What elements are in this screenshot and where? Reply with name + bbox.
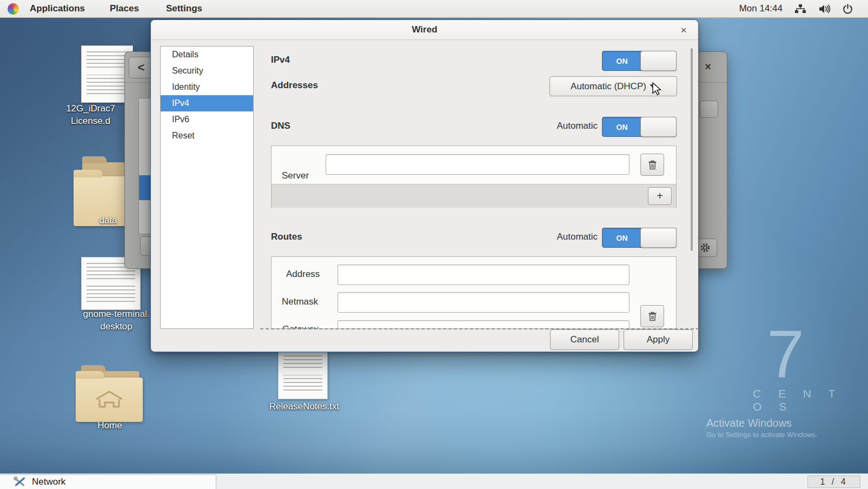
applications-logo-icon[interactable]: [8, 3, 19, 15]
partial-button[interactable]: [700, 101, 718, 118]
dns-group-footer: [271, 184, 676, 208]
menu-places[interactable]: Places: [102, 3, 147, 14]
close-icon[interactable]: ×: [677, 23, 691, 37]
gear-icon: [700, 242, 711, 253]
sidebar-item-reset[interactable]: Reset: [161, 128, 253, 144]
sidebar-item-details[interactable]: Details: [161, 47, 253, 63]
taskbar-window-label: Network: [32, 477, 65, 487]
volume-icon[interactable]: [818, 4, 831, 14]
toggle-knob[interactable]: [640, 228, 677, 248]
desktop-icon-home-folder[interactable]: [76, 378, 143, 422]
workspace-pager[interactable]: 1 / 4: [807, 475, 860, 488]
document-icon: [283, 355, 322, 392]
dns-automatic-toggle[interactable]: ON: [602, 117, 677, 137]
clock[interactable]: Mon 14:44: [739, 3, 783, 14]
close-icon[interactable]: ×: [701, 60, 715, 74]
route-netmask-label: Netmask: [282, 296, 318, 307]
routes-automatic-toggle[interactable]: ON: [602, 228, 677, 248]
menu-settings[interactable]: Settings: [158, 3, 210, 14]
desktop-screen: 7 C E N T O S Activate Windows Go to Set…: [0, 0, 868, 489]
toggle-knob[interactable]: [640, 51, 677, 71]
sidebar-item-ipv4[interactable]: IPv4: [161, 95, 253, 111]
server-label: Server: [282, 170, 309, 181]
toggle-on-label: ON: [602, 228, 641, 247]
dialog-title: Wired: [412, 24, 437, 35]
dialog-scrollbar[interactable]: [691, 48, 693, 251]
centos-7-watermark: 7: [767, 315, 804, 392]
power-icon[interactable]: [843, 4, 853, 14]
trash-icon: [648, 311, 657, 321]
desktop-icon-label[interactable]: Home: [76, 419, 144, 432]
menu-applications[interactable]: Applications: [22, 3, 92, 14]
dns-server-group: Server +: [271, 146, 677, 208]
activate-windows-subtext: Go to Settings to activate Windows.: [706, 431, 817, 439]
network-icon[interactable]: [794, 4, 806, 14]
routes-label: Routes: [271, 232, 302, 242]
route-address-label: Address: [286, 269, 320, 280]
dialog-sidebar: Details Security Identity IPv4 IPv6 Rese…: [160, 46, 254, 329]
route-gateway-input[interactable]: [337, 320, 630, 329]
ipv4-label: IPv4: [271, 55, 290, 65]
delete-dns-server-button[interactable]: [640, 154, 664, 176]
addresses-label: Addresses: [271, 80, 318, 91]
toggle-on-label: ON: [602, 51, 641, 70]
ipv4-toggle[interactable]: ON: [602, 51, 677, 71]
taskbar-window-network[interactable]: Network: [0, 474, 216, 489]
tools-icon: [13, 476, 26, 488]
document-icon: [87, 51, 128, 96]
dialog-titlebar[interactable]: Wired: [151, 20, 698, 40]
dns-automatic-label: Automatic: [475, 121, 598, 131]
trash-icon: [648, 160, 657, 170]
routes-group: Address Netmask Gateway: [271, 256, 677, 329]
desktop-icon-label[interactable]: ReleaseNotes.txt: [249, 400, 360, 413]
toggle-knob[interactable]: [640, 117, 677, 137]
top-panel: Applications Places Settings Mon 14:44: [0, 0, 868, 18]
desktop-icon-release-notes[interactable]: [278, 349, 328, 399]
sidebar-item-security[interactable]: Security: [161, 63, 253, 79]
mouse-cursor: [652, 82, 664, 96]
sidebar-item-identity[interactable]: Identity: [161, 79, 253, 95]
cancel-button[interactable]: Cancel: [550, 329, 619, 350]
dns-label: DNS: [271, 121, 290, 131]
dropdown-value: Automatic (DHCP): [571, 81, 646, 92]
add-dns-server-button[interactable]: +: [648, 187, 672, 205]
toggle-on-label: ON: [602, 117, 641, 136]
wired-dialog: Wired × Details Security Identity IPv4 I…: [150, 19, 699, 352]
activate-windows-text: Activate Windows: [706, 417, 792, 429]
home-house-icon: [93, 388, 125, 410]
centos-brand-watermark: C E N T O S: [753, 387, 868, 413]
sidebar-item-ipv6[interactable]: IPv6: [161, 111, 253, 128]
apply-button[interactable]: Apply: [624, 329, 693, 350]
route-address-input[interactable]: [337, 265, 630, 285]
route-netmask-input[interactable]: [337, 292, 630, 313]
bottom-panel: Network 1 / 4: [0, 473, 868, 489]
dns-server-input[interactable]: [326, 154, 630, 175]
document-icon: [87, 263, 135, 303]
delete-route-button[interactable]: [640, 305, 664, 327]
routes-automatic-label: Automatic: [475, 232, 598, 242]
